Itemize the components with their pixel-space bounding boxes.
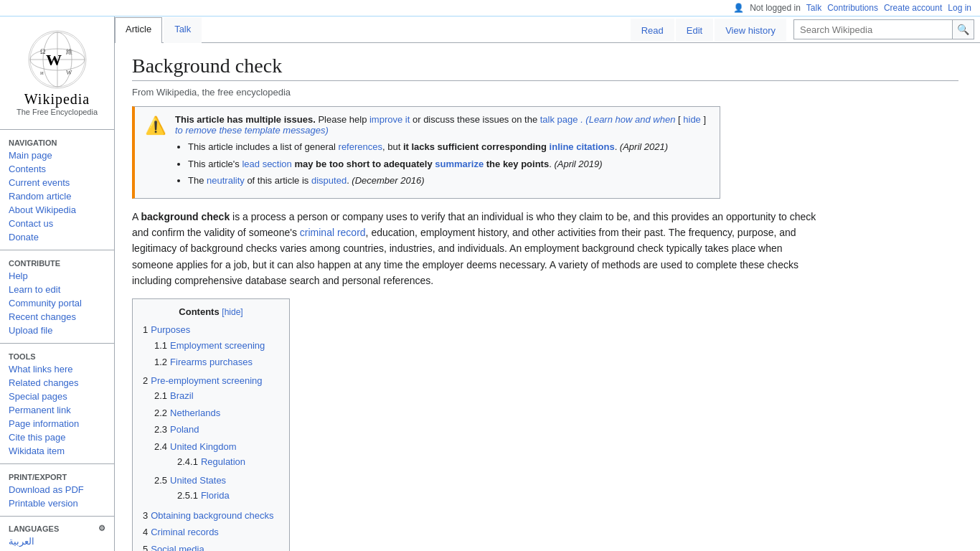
tab-view-history[interactable]: View history: [715, 19, 786, 42]
sidebar-item-related-changes[interactable]: Related changes: [0, 376, 114, 390]
toc-sub-2-4: 2.4.1Regulation: [177, 453, 279, 471]
svg-text:и: и: [40, 69, 44, 76]
toc-link-criminal-records[interactable]: Criminal records: [151, 527, 219, 537]
toc-link-brazil[interactable]: Brazil: [170, 390, 194, 401]
tools-section: Tools What links here Related changes Sp…: [0, 349, 114, 458]
toc-link-social-media[interactable]: Social media: [151, 544, 204, 551]
sidebar-item-contents[interactable]: Contents: [0, 162, 114, 176]
toc-item-2-2: 2.2Netherlands: [154, 405, 279, 422]
sidebar-item-upload-file[interactable]: Upload file: [0, 324, 114, 337]
notice-bracket-close: ]: [703, 114, 706, 125]
article-title: Background check: [132, 55, 958, 81]
references-link[interactable]: references: [339, 141, 382, 152]
toc-link-united-states[interactable]: United States: [170, 475, 226, 486]
notice-issues-list: This article includes a list of general …: [188, 140, 710, 188]
toc-item-2-5-1: 2.5.1Florida: [177, 487, 279, 504]
toc-link-pre-employment[interactable]: Pre-employment screening: [151, 375, 262, 386]
toc-item-4: 4Criminal records: [143, 524, 279, 541]
languages-heading: Languages: [9, 524, 59, 533]
create-account-link[interactable]: Create account: [884, 3, 942, 13]
sidebar-item-random-article[interactable]: Random article: [0, 189, 114, 203]
sidebar-item-wikidata-item[interactable]: Wikidata item: [0, 444, 114, 458]
tab-article[interactable]: Article: [115, 17, 162, 43]
logo-title: Wikipedia: [3, 91, 111, 108]
search-button[interactable]: 🔍: [952, 20, 974, 39]
summarize-link[interactable]: summarize: [435, 159, 484, 169]
content-area: Article Talk Read Edit View history 🔍 Ba…: [115, 17, 980, 551]
toc-link-obtaining[interactable]: Obtaining background checks: [151, 510, 273, 521]
sidebar-item-page-information[interactable]: Page information: [0, 417, 114, 430]
sidebar-item-download-pdf[interactable]: Download as PDF: [0, 483, 114, 496]
sidebar-item-community-portal[interactable]: Community portal: [0, 296, 114, 310]
sidebar-item-current-events[interactable]: Current events: [0, 176, 114, 189]
contribute-section: Contribute Help Learn to edit Community …: [0, 256, 114, 337]
logo-subtitle: The Free Encyclopedia: [3, 108, 111, 116]
svg-text:維: 維: [65, 48, 72, 55]
toc-hide-button[interactable]: [hide]: [222, 307, 242, 317]
sidebar-item-permanent-link[interactable]: Permanent link: [0, 403, 114, 417]
toc-header: Contents [hide]: [143, 306, 279, 317]
talk-link[interactable]: Talk: [806, 3, 821, 13]
tabs-bar: Article Talk Read Edit View history 🔍: [115, 17, 980, 43]
tab-left: Article Talk: [115, 17, 203, 42]
toc-link-netherlands[interactable]: Netherlands: [170, 408, 220, 418]
sidebar-item-special-pages[interactable]: Special pages: [0, 390, 114, 403]
sidebar-item-contact-us[interactable]: Contact us: [0, 217, 114, 230]
toc-link-employment-screening[interactable]: Employment screening: [170, 340, 265, 351]
search-input[interactable]: [794, 23, 952, 37]
sidebar-item-cite-this-page[interactable]: Cite this page: [0, 430, 114, 444]
notice-intro-text: Please help: [318, 114, 369, 125]
notice-content: This article has multiple issues. Please…: [175, 114, 710, 191]
tools-heading: Tools: [0, 349, 114, 362]
top-bar: 👤 Not logged in Talk Contributions Creat…: [0, 0, 980, 17]
sidebar-item-recent-changes[interactable]: Recent changes: [0, 310, 114, 324]
tab-edit[interactable]: Edit: [676, 19, 713, 42]
logo-area: W Ω 維 и W Wikipedia The Free Encyclopedi…: [0, 22, 114, 125]
tab-right: Read Edit View history 🔍: [631, 17, 980, 42]
notice-talk-link[interactable]: talk page: [540, 114, 578, 125]
sidebar-item-learn-to-edit[interactable]: Learn to edit: [0, 283, 114, 296]
gear-icon[interactable]: ⚙: [98, 524, 105, 533]
svg-text:W: W: [66, 69, 72, 76]
tab-read[interactable]: Read: [631, 19, 674, 42]
toc-link-poland[interactable]: Poland: [170, 424, 199, 435]
sidebar-item-printable-version[interactable]: Printable version: [0, 496, 114, 510]
article-intro: A background check is a process a person…: [132, 209, 821, 289]
sidebar-item-about-wikipedia[interactable]: About Wikipedia: [0, 203, 114, 217]
notice-header-line: This article has multiple issues. Please…: [175, 114, 710, 125]
article: Background check From Wikipedia, the fre…: [115, 43, 976, 551]
contributions-link[interactable]: Contributions: [827, 3, 878, 13]
tab-talk[interactable]: Talk: [164, 17, 202, 43]
sidebar-item-main-page[interactable]: Main page: [0, 149, 114, 162]
notice-hide-link[interactable]: hide: [683, 114, 701, 125]
sidebar-item-help[interactable]: Help: [0, 269, 114, 283]
notice-warning-icon: ⚠️: [145, 116, 166, 191]
disputed-link[interactable]: disputed: [311, 175, 347, 186]
lead-section-link[interactable]: lead section: [242, 159, 291, 169]
sidebar: W Ω 維 и W Wikipedia The Free Encyclopedi…: [0, 17, 115, 551]
search-box: 🔍: [793, 19, 974, 39]
criminal-record-link[interactable]: criminal record: [300, 227, 366, 238]
toc-link-regulation[interactable]: Regulation: [201, 456, 245, 467]
toc-link-united-kingdom[interactable]: United Kingdom: [170, 441, 237, 452]
notice-middle-text: or discuss these issues on the: [413, 114, 540, 125]
notice-learn-text: . (Learn how and when: [580, 114, 675, 125]
toc-link-purposes[interactable]: Purposes: [151, 324, 190, 335]
languages-section: Languages ⚙ العربية: [0, 522, 114, 548]
toc-link-firearms-purchases[interactable]: Firearms purchases: [170, 357, 253, 367]
log-in-link[interactable]: Log in: [948, 3, 971, 13]
toc-sub-2: 2.1Brazil 2.2Netherlands 2.3Poland 2.4Un…: [154, 387, 279, 506]
notice-title: This article has multiple issues.: [175, 114, 316, 125]
notice-box: ⚠️ This article has multiple issues. Ple…: [132, 106, 720, 199]
toc-link-florida[interactable]: Florida: [201, 490, 230, 501]
sidebar-item-what-links-here[interactable]: What links here: [0, 362, 114, 376]
neutrality-link[interactable]: neutrality: [207, 175, 245, 186]
notice-bracket-text: [: [678, 114, 681, 125]
inline-citations-link[interactable]: inline citations: [550, 141, 615, 152]
user-icon: 👤: [733, 3, 744, 13]
sidebar-item-donate[interactable]: Donate: [0, 230, 114, 244]
toc-item-2-1: 2.1Brazil: [154, 387, 279, 405]
notice-improve-link[interactable]: improve it: [369, 114, 410, 125]
svg-text:W: W: [46, 51, 62, 69]
sidebar-item-arabic[interactable]: العربية: [0, 534, 114, 548]
